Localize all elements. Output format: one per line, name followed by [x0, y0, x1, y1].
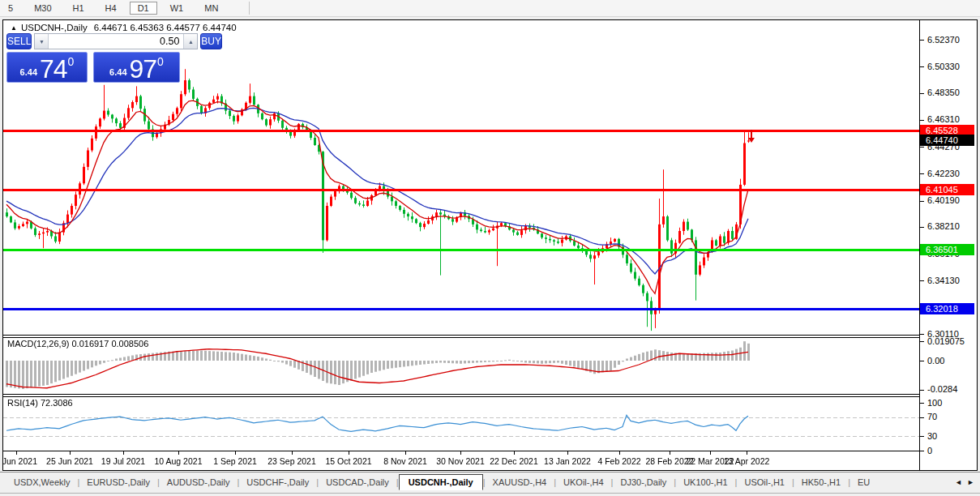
price-tick-label: 6.52370: [927, 35, 960, 45]
chart-window: 3 Jun 202125 Jun 202119 Jul 202110 Aug 2…: [2, 19, 978, 471]
tab-audusd-daily[interactable]: AUDUSD-,Daily: [160, 474, 238, 490]
date-label: 8 Nov 2021: [383, 456, 427, 466]
sell-price-prefix: 6.44: [20, 67, 37, 77]
tab-usdcad-daily[interactable]: USDCAD-,Daily: [319, 474, 396, 490]
volume-stepper: ▼ ▲: [34, 33, 198, 49]
tab-ukoil-h4[interactable]: UKOil-,H4: [556, 474, 611, 490]
chart-ohlc-values: 6.44671 6.45363 6.44577 6.44740: [94, 23, 237, 32]
date-label: 19 Jul 2021: [101, 456, 145, 466]
axis-tick: [920, 173, 924, 174]
price-tick-label: 6.34130: [927, 276, 960, 285]
tab-dj30-daily[interactable]: DJ30-,Daily: [613, 474, 674, 490]
axis-tick: [920, 227, 924, 228]
sell-price-point: 0: [68, 55, 75, 68]
date-axis: 3 Jun 202125 Jun 202119 Jul 202110 Aug 2…: [3, 20, 920, 470]
timeframe-button-m30[interactable]: M30: [26, 2, 59, 15]
macd-tick-label: -0.0284: [927, 384, 957, 394]
axis-tick: [920, 390, 924, 391]
tab-usdcnh-daily[interactable]: USDCNH-,Daily: [399, 474, 483, 490]
chart-area: 3 Jun 202125 Jun 202119 Jul 202110 Aug 2…: [3, 20, 977, 470]
buy-price-pips: 97: [130, 56, 157, 82]
price-tick-label: 6.38210: [927, 221, 960, 231]
date-label: 13 Jan 2022: [544, 456, 591, 466]
volume-input[interactable]: [49, 34, 183, 49]
macd-tick-label: 0.00: [927, 356, 944, 366]
date-label: 3 Jun 2021: [0, 456, 37, 466]
macd-indicator-label: MACD(12,26,9) 0.016917 0.008506: [7, 339, 148, 348]
buy-price-prefix: 6.44: [109, 67, 126, 77]
price-tick-label: 6.48350: [927, 88, 960, 97]
chart-symbol-label: USDCNH-,Daily: [21, 23, 88, 32]
timeframe-button-d1[interactable]: D1: [130, 2, 157, 15]
rsi-tick-label: 30: [927, 431, 937, 441]
tab-uk100-h1[interactable]: UK100-,H1: [676, 474, 734, 490]
price-tick-label: 6.42230: [927, 169, 960, 178]
rsi-tick-label: 70: [927, 412, 937, 421]
tab-xauusd-h4[interactable]: XAUUSD-,H4: [486, 474, 554, 490]
tab-hk50-h1[interactable]: HK50-,H1: [794, 474, 848, 490]
price-level-badge: 6.44740: [920, 135, 974, 146]
one-click-trade-panel: SELL ▼ ▲ BUY 6.44740 6.44970: [6, 33, 180, 83]
rsi-tick-label: 0: [927, 446, 932, 455]
axis-tick: [920, 40, 924, 41]
timeframe-button-h4[interactable]: H4: [97, 2, 125, 15]
price-axis[interactable]: 6.523706.503306.483506.463106.442706.422…: [920, 20, 977, 470]
buy-price-point: 0: [157, 55, 164, 68]
axis-tick: [920, 341, 924, 342]
status-strip: [0, 493, 980, 496]
axis-tick: [920, 334, 924, 335]
buy-price-display[interactable]: 6.44970: [93, 52, 180, 83]
axis-tick: [920, 403, 924, 404]
date-label: 30 Nov 2021: [436, 456, 485, 466]
date-label: 23 Sep 2021: [267, 456, 316, 466]
sell-button[interactable]: SELL: [6, 33, 32, 49]
axis-tick: [920, 120, 924, 121]
sell-price-display[interactable]: 6.44740: [6, 52, 88, 83]
rsi-indicator-label: RSI(14) 72.3086: [7, 398, 73, 408]
axis-tick: [920, 147, 924, 148]
price-tick-label: 6.40190: [927, 195, 960, 205]
date-label: 1 Sep 2021: [213, 456, 257, 466]
symbol-tabs: USDX,Weekly|EURUSD-,Daily|AUDUSD-,Daily|…: [0, 472, 950, 492]
date-label: 13 Apr 2022: [724, 456, 770, 466]
chart-title: ▲USDCNH-,Daily6.44671 6.45363 6.44577 6.…: [11, 23, 237, 32]
price-level-badge: 6.41045: [920, 184, 974, 195]
date-label: 4 Feb 2022: [597, 456, 640, 466]
collapse-panel-icon[interactable]: ▲: [11, 24, 17, 32]
tab-usdchf-daily[interactable]: USDCHF-,Daily: [239, 474, 316, 490]
axis-tick: [920, 66, 924, 67]
price-level-badge: 6.36501: [920, 244, 974, 255]
sell-price-pips: 74: [40, 56, 67, 82]
price-tick-label: 6.46310: [927, 114, 960, 124]
tab-scroll-right-icon[interactable]: ►: [967, 478, 974, 486]
volume-decrease-icon[interactable]: ▼: [35, 34, 49, 49]
date-label: 10 Aug 2021: [155, 456, 203, 466]
axis-tick: [920, 451, 924, 451]
axis-tick: [920, 361, 924, 361]
timeframe-button-w1[interactable]: W1: [162, 2, 192, 15]
timeframe-button-h1[interactable]: H1: [65, 2, 92, 15]
tab-usdx-weekly[interactable]: USDX,Weekly: [6, 474, 77, 490]
axis-tick: [920, 417, 924, 418]
date-label: 25 Jun 2021: [46, 456, 93, 466]
timeframe-button-5[interactable]: 5: [0, 2, 21, 15]
tab-scroll-left-icon[interactable]: ◄: [955, 478, 962, 486]
tab-usoil-h1[interactable]: USOil-,H1: [737, 474, 792, 490]
toolbar-separator: [249, 2, 250, 15]
buy-button[interactable]: BUY: [200, 33, 222, 49]
price-tick-label: 6.50330: [927, 62, 960, 71]
timeframe-button-mn[interactable]: MN: [196, 2, 226, 15]
tab-eurusd-daily[interactable]: EURUSD-,Daily: [79, 474, 157, 490]
symbol-tab-bar: USDX,Weekly|EURUSD-,Daily|AUDUSD-,Daily|…: [0, 472, 980, 492]
axis-tick: [920, 280, 924, 281]
price-level-badge: 6.32018: [920, 303, 974, 314]
macd-tick-label: 0.019075: [927, 336, 965, 346]
volume-increase-icon[interactable]: ▲: [183, 34, 197, 49]
timeframe-toolbar: 5M30H1H4D1W1MN: [0, 0, 980, 17]
axis-tick: [920, 436, 924, 437]
axis-tick: [920, 93, 924, 94]
tab-eu[interactable]: EU: [850, 474, 877, 490]
date-label: 22 Dec 2021: [490, 456, 538, 466]
axis-tick: [920, 201, 924, 202]
date-label: 15 Oct 2021: [325, 456, 371, 466]
